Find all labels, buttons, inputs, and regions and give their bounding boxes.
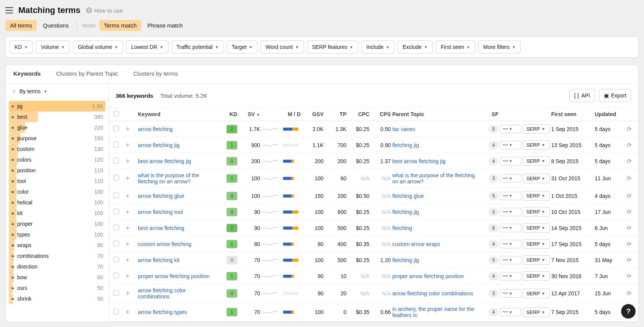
filter-exclude[interactable]: Exclude▼: [398, 40, 433, 53]
row-checkbox[interactable]: [113, 175, 119, 181]
serp-button[interactable]: SERP▼: [523, 191, 550, 201]
filter-include[interactable]: Include▼: [361, 40, 395, 53]
col-sv[interactable]: SV ▼: [239, 111, 260, 117]
refresh-icon[interactable]: ⟳: [627, 225, 632, 231]
keyword-link[interactable]: arrow fletching types: [138, 309, 187, 315]
filter-target[interactable]: Target▼: [227, 40, 258, 53]
sidebar-item-proper[interactable]: ▶proper100: [9, 219, 105, 229]
filter-more-filters[interactable]: More filters▼: [478, 40, 521, 53]
position-history-button[interactable]: 〰 ▼: [500, 125, 521, 133]
expand-row-icon[interactable]: +: [126, 308, 130, 316]
serp-button[interactable]: SERP▼: [523, 207, 550, 217]
position-history-button[interactable]: 〰 ▼: [500, 157, 521, 165]
keyword-link[interactable]: what is the purpose of the fletching on …: [138, 172, 199, 185]
serp-button[interactable]: SERP▼: [523, 255, 550, 265]
col-md[interactable]: M / D: [283, 111, 301, 117]
serp-button[interactable]: SERP▼: [523, 289, 550, 298]
tab-keywords[interactable]: Keywords: [6, 65, 49, 83]
row-checkbox[interactable]: [113, 273, 119, 278]
parent-topic-link[interactable]: fletching: [392, 225, 412, 231]
refresh-icon[interactable]: ⟳: [627, 126, 632, 132]
refresh-icon[interactable]: ⟳: [627, 241, 632, 247]
parent-topic-link[interactable]: fletching jig: [392, 142, 419, 148]
keyword-link[interactable]: custom arrow fletching: [138, 241, 191, 247]
parent-topic-link[interactable]: custom arrow wraps: [392, 241, 440, 247]
parent-topic-link[interactable]: fletching jig: [392, 209, 419, 215]
expand-row-icon[interactable]: +: [126, 175, 130, 182]
keyword-link[interactable]: proper arrow fletching position: [138, 273, 210, 279]
col-cps[interactable]: CPS: [371, 111, 391, 117]
sidebar-item-color[interactable]: ▶color100: [9, 186, 105, 197]
parent-topic-link[interactable]: what is the purpose of the fletching on …: [392, 172, 475, 185]
select-all-checkbox[interactable]: [113, 111, 119, 117]
refresh-icon[interactable]: ⟳: [627, 209, 632, 215]
sidebar-item-position[interactable]: ▶position110: [9, 165, 105, 176]
row-checkbox[interactable]: [113, 209, 119, 214]
filter-lowest-dr[interactable]: Lowest DR▼: [126, 40, 168, 53]
filter-kd[interactable]: KD▼: [10, 40, 33, 53]
refresh-icon[interactable]: ⟳: [627, 158, 632, 164]
row-checkbox[interactable]: [113, 241, 119, 246]
sidebar-item-helical[interactable]: ▶helical100: [9, 197, 105, 208]
keyword-link[interactable]: best arrow fletching: [138, 225, 184, 231]
row-checkbox[interactable]: [113, 225, 119, 230]
position-history-button[interactable]: 〰 ▼: [500, 192, 521, 200]
sidebar-item-best[interactable]: ▶best390: [9, 112, 105, 122]
serp-button[interactable]: SERP▼: [523, 124, 550, 134]
seg-questions[interactable]: Questions: [38, 20, 73, 31]
parent-topic-link[interactable]: in archery, the proper name for the feat…: [392, 306, 474, 318]
refresh-icon[interactable]: ⟳: [627, 290, 632, 296]
col-cpc[interactable]: CPC: [348, 111, 369, 117]
serp-button[interactable]: SERP▼: [523, 156, 550, 166]
position-history-button[interactable]: 〰 ▼: [500, 224, 521, 232]
sidebar-item-wraps[interactable]: ▶wraps80: [9, 240, 105, 251]
expand-row-icon[interactable]: +: [126, 256, 130, 264]
parent-topic-link[interactable]: proper arrow fletching position: [392, 273, 464, 279]
filter-word-count[interactable]: Word count▼: [261, 40, 304, 53]
serp-button[interactable]: SERP▼: [523, 140, 550, 150]
by-terms-dropdown[interactable]: ⁘ By terms ▼: [6, 84, 108, 99]
row-checkbox[interactable]: [113, 126, 119, 131]
parent-topic-link[interactable]: best arrow fletching jig: [392, 158, 445, 164]
filter-traffic-potential[interactable]: Traffic potential▼: [172, 40, 224, 53]
expand-row-icon[interactable]: +: [126, 290, 130, 297]
expand-row-icon[interactable]: +: [126, 157, 130, 165]
serp-button[interactable]: SERP▼: [523, 239, 550, 249]
position-history-button[interactable]: 〰 ▼: [500, 141, 521, 149]
expand-row-icon[interactable]: +: [126, 208, 130, 216]
seg-all-terms[interactable]: All terms: [5, 20, 37, 31]
sidebar-item-kit[interactable]: ▶kit100: [9, 208, 105, 219]
position-history-button[interactable]: 〰 ▼: [500, 308, 521, 316]
keyword-link[interactable]: arrow fletching color combinations: [138, 287, 186, 299]
tab-clusters-terms[interactable]: Clusters by terms: [126, 65, 186, 83]
keyword-link[interactable]: arrow fletching jig: [138, 142, 180, 148]
sidebar-item-direction[interactable]: ▶direction70: [9, 261, 105, 272]
col-updated[interactable]: Updated: [595, 111, 625, 117]
sidebar-item-shrink[interactable]: ▶shrink50: [9, 293, 105, 304]
row-checkbox[interactable]: [113, 309, 119, 314]
menu-icon[interactable]: [5, 7, 13, 13]
position-history-button[interactable]: 〰 ▼: [500, 174, 521, 183]
expand-row-icon[interactable]: +: [126, 240, 130, 248]
position-history-button[interactable]: 〰 ▼: [500, 272, 521, 280]
col-tp[interactable]: TP: [325, 111, 346, 117]
refresh-icon[interactable]: ⟳: [627, 257, 632, 263]
serp-button[interactable]: SERP▼: [523, 174, 550, 183]
col-parent[interactable]: Parent Topic: [392, 111, 480, 117]
keyword-link[interactable]: arrow fletching kit: [138, 257, 180, 263]
parent-topic-link[interactable]: fletching glue: [392, 193, 424, 199]
keyword-link[interactable]: best arrow fletching jig: [138, 158, 191, 164]
expand-row-icon[interactable]: +: [126, 272, 130, 280]
col-gsv[interactable]: GSV: [302, 111, 324, 117]
position-history-button[interactable]: 〰 ▼: [500, 256, 521, 264]
row-checkbox[interactable]: [113, 158, 119, 164]
export-button[interactable]: ▣ Export: [599, 89, 631, 102]
tab-clusters-parent[interactable]: Clusters by Parent Topic: [49, 65, 126, 83]
parent-topic-link[interactable]: arrow fletching color combinations: [392, 290, 473, 296]
col-first-seen[interactable]: First seen: [551, 111, 593, 117]
col-sf[interactable]: SF: [482, 111, 498, 117]
serp-button[interactable]: SERP▼: [523, 223, 550, 233]
sidebar-item-purpose[interactable]: ▶purpose150: [9, 133, 105, 144]
keyword-link[interactable]: arrow fletching: [138, 126, 173, 132]
sidebar-item-types[interactable]: ▶types100: [9, 229, 105, 240]
